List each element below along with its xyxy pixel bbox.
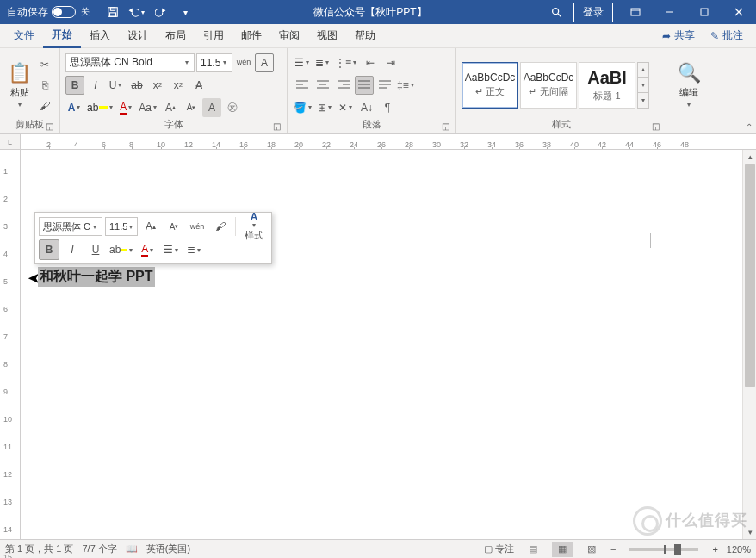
zoom-level[interactable]: 120% — [727, 544, 751, 555]
login-button[interactable]: 登录 — [573, 3, 613, 22]
search-icon[interactable] — [544, 0, 568, 24]
minimize-icon[interactable] — [653, 0, 687, 24]
strikethrough-button[interactable]: ab — [127, 76, 146, 95]
mini-bold-button[interactable]: B — [39, 239, 59, 260]
font-name-combo[interactable]: 思源黑体 CN Bold▾ — [65, 53, 195, 72]
zoom-in-icon[interactable]: + — [712, 544, 717, 555]
ribbon-display-icon[interactable] — [618, 0, 653, 24]
tab-插入[interactable]: 插入 — [81, 24, 119, 48]
bold-button[interactable]: B — [65, 76, 84, 95]
underline-button[interactable]: U▾ — [107, 76, 126, 95]
comments-button[interactable]: ✎批注 — [703, 28, 751, 44]
decrease-indent-icon[interactable]: ⇤ — [361, 53, 380, 72]
multilevel-list-icon[interactable]: ⋮≡▾ — [334, 53, 359, 72]
scroll-thumb[interactable] — [745, 164, 755, 388]
asian-layout-icon[interactable]: ✕▾ — [337, 98, 356, 117]
shrink-font-icon[interactable]: A▾ — [182, 98, 201, 117]
clipboard-launcher-icon[interactable]: ◲ — [44, 121, 54, 132]
status-language[interactable]: 英语(美国) — [146, 542, 190, 555]
status-wordcount[interactable]: 7/7 个字 — [82, 542, 116, 555]
tab-审阅[interactable]: 审阅 — [270, 24, 308, 48]
toggle-switch[interactable] — [52, 6, 76, 18]
status-page[interactable]: 第 1 页，共 1 页 — [5, 542, 73, 555]
format-painter-icon[interactable]: 🖌 — [35, 96, 54, 115]
paste-button[interactable]: 📋 粘贴 ▾ — [5, 52, 34, 118]
tab-布局[interactable]: 布局 — [157, 24, 195, 48]
align-right-icon[interactable] — [334, 76, 353, 95]
show-marks-icon[interactable]: ¶ — [378, 98, 397, 117]
bullets-icon[interactable]: ☰▾ — [293, 53, 312, 72]
status-proofing-icon[interactable]: 📖 — [126, 543, 138, 555]
style-gallery-scroll[interactable]: ▴ ▾ ▾ — [637, 62, 649, 108]
mini-bullets-icon[interactable]: ☰▾ — [161, 239, 182, 260]
mini-highlight-icon[interactable]: ab▾ — [108, 239, 135, 260]
tab-file[interactable]: 文件 — [5, 24, 43, 48]
save-icon[interactable] — [102, 0, 124, 24]
gallery-more-icon[interactable]: ▾ — [638, 93, 648, 108]
grow-font-icon[interactable]: A▴ — [161, 98, 180, 117]
mini-grow-font-icon[interactable]: A▴ — [140, 216, 161, 237]
scroll-up-icon[interactable]: ▴ — [743, 150, 756, 164]
align-center-icon[interactable] — [313, 76, 332, 95]
document-area[interactable]: ➤ 和秋叶一起学 PPT — [21, 150, 742, 539]
scroll-down-icon[interactable]: ▾ — [743, 525, 756, 539]
text-effects-icon[interactable]: A▾ — [65, 98, 84, 117]
style-gallery[interactable]: AaBbCcDc↵ 正文AaBbCcDc↵ 无间隔AaBl标题 1 — [462, 62, 635, 108]
tab-设计[interactable]: 设计 — [119, 24, 157, 48]
tab-帮助[interactable]: 帮助 — [346, 24, 384, 48]
tab-引用[interactable]: 引用 — [195, 24, 232, 48]
style-item-2[interactable]: AaBl标题 1 — [579, 62, 635, 108]
font-color-icon[interactable]: A▾ — [117, 98, 136, 117]
increase-indent-icon[interactable]: ⇥ — [381, 53, 400, 72]
mini-size-combo[interactable]: 11.5▾ — [105, 217, 138, 236]
maximize-icon[interactable] — [687, 0, 722, 24]
mini-phonetic-icon[interactable]: wén — [187, 216, 208, 237]
view-read-icon[interactable]: ▤ — [523, 542, 543, 557]
mini-styles-button[interactable]: A▾ 样式 — [240, 216, 268, 237]
clear-formatting-icon[interactable]: A̶ — [189, 76, 208, 95]
undo-icon[interactable]: ▾ — [126, 0, 148, 24]
tab-开始[interactable]: 开始 — [43, 24, 81, 48]
style-item-1[interactable]: AaBbCcDc↵ 无间隔 — [520, 62, 577, 108]
ruler-vertical[interactable]: 1234567891011121314151617 — [0, 150, 21, 539]
character-border-icon[interactable]: A — [255, 53, 274, 72]
view-web-icon[interactable]: ▧ — [581, 542, 602, 557]
redo-icon[interactable] — [150, 0, 172, 24]
ruler-corner[interactable]: L — [0, 134, 21, 149]
mini-font-combo[interactable]: 思源黑体 C▾ — [39, 217, 102, 236]
change-case-icon[interactable]: Aa▾ — [138, 98, 159, 117]
editing-button[interactable]: 🔍 编辑 ▾ — [672, 52, 706, 118]
mini-format-painter-icon[interactable]: 🖌 — [210, 216, 231, 237]
numbering-icon[interactable]: ≣▾ — [313, 53, 332, 72]
font-size-combo[interactable]: 11.5▾ — [196, 53, 232, 72]
vertical-scrollbar[interactable]: ▴ ▾ — [742, 150, 756, 539]
mini-font-color-icon[interactable]: A▾ — [138, 239, 158, 260]
paragraph-launcher-icon[interactable]: ◲ — [440, 121, 450, 132]
style-item-0[interactable]: AaBbCcDc↵ 正文 — [462, 62, 518, 108]
mini-numbering-icon[interactable]: ≣▾ — [184, 239, 205, 260]
enclose-characters-icon[interactable]: ㊛ — [223, 98, 242, 117]
share-button[interactable]: ➦共享 — [654, 28, 703, 44]
ruler-horizontal[interactable]: L 24681012141618202224262830323436384042… — [0, 134, 756, 150]
align-justify-icon[interactable] — [355, 76, 374, 95]
line-spacing-icon[interactable]: ‡≡▾ — [396, 76, 417, 95]
gallery-down-icon[interactable]: ▾ — [638, 78, 648, 93]
align-left-icon[interactable] — [293, 76, 312, 95]
zoom-out-icon[interactable]: − — [610, 544, 616, 555]
sort-icon[interactable]: A↓ — [357, 98, 376, 117]
subscript-button[interactable]: x2 — [148, 76, 167, 95]
styles-launcher-icon[interactable]: ◲ — [650, 121, 660, 132]
font-launcher-icon[interactable]: ◲ — [271, 121, 282, 132]
tab-邮件[interactable]: 邮件 — [232, 24, 270, 48]
gallery-up-icon[interactable]: ▴ — [638, 63, 648, 78]
focus-mode-button[interactable]: ▢ 专注 — [484, 542, 514, 555]
view-print-icon[interactable]: ▦ — [552, 542, 573, 557]
character-shading-icon[interactable]: A — [202, 98, 221, 117]
document-selected-text[interactable]: 和秋叶一起学 PPT — [38, 267, 155, 287]
align-distributed-icon[interactable] — [375, 76, 394, 95]
cut-icon[interactable]: ✂ — [35, 55, 54, 74]
collapse-ribbon-icon[interactable]: ⌃ — [746, 122, 753, 132]
close-icon[interactable] — [722, 0, 756, 24]
highlight-icon[interactable]: ab▾ — [86, 98, 115, 117]
mini-shrink-font-icon[interactable]: A▾ — [164, 216, 184, 237]
